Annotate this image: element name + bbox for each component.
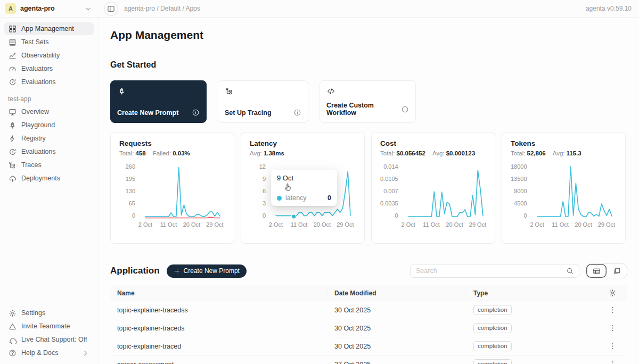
sidebar: App ManagementTest SetsObservabilityEval…: [0, 18, 99, 364]
sidebar-item-label: Help & Docs: [21, 349, 58, 357]
x-axis-labels: 2 Oct11 Oct20 Oct29 Oct: [271, 221, 356, 229]
date-modified-cell: 30 Oct 2025: [326, 337, 465, 355]
chart-plot[interactable]: 2 Oct11 Oct20 Oct29 Oct: [403, 163, 488, 229]
metric-stats: Total:52,806Avg:115.3: [511, 150, 617, 156]
series-dot: [277, 196, 282, 201]
failed-line: [145, 217, 220, 218]
metric-stats: Total:458Failed:0.03%: [119, 150, 225, 156]
column-header-type[interactable]: Type: [465, 285, 597, 301]
date-modified-cell: 30 Oct 2025: [326, 301, 465, 319]
sidebar-item-app-management[interactable]: App Management: [4, 22, 94, 35]
chart-tooltip: 9 Octlatency0: [271, 170, 337, 206]
get-started-card-label: Create New Prompt: [117, 109, 178, 117]
chart-plot[interactable]: 2 Oct11 Oct20 Oct29 Oct: [140, 163, 225, 229]
sidebar-item-invite-teammate[interactable]: Invite Teammate: [4, 320, 94, 333]
metric-stat: Avg:$0.000123: [432, 150, 475, 156]
topbar: A agenta-pro agenta-pro / Default / Apps…: [0, 0, 639, 18]
sidebar-item-label: Registry: [21, 135, 46, 142]
active-point: [292, 214, 296, 219]
row-actions-menu-icon[interactable]: [607, 304, 618, 316]
project-label: test-app: [0, 89, 98, 105]
sidebar-item-label: Deployments: [21, 175, 60, 182]
line-chart-icon: [9, 52, 17, 60]
get-started-card-create-new-prompt[interactable]: Create New Prompt: [110, 80, 207, 123]
cloud-icon: [9, 175, 17, 183]
app-name-cell: topic-explainer-traced: [110, 337, 326, 355]
info-icon: [401, 105, 409, 113]
table-row[interactable]: topic-explainer-tracedss30 Oct 2025compl…: [110, 301, 627, 319]
application-header: Application Create New Prompt: [110, 263, 627, 278]
metric-stats: Total:$0.056452Avg:$0.000123: [380, 150, 486, 156]
sidebar-footer-list: SettingsInvite TeammateLive Chat Support…: [0, 306, 98, 360]
sidebar-project-list: OverviewPlaygroundRegistryEvaluationsTra…: [0, 105, 98, 185]
table-row[interactable]: topic-explainer-traceds30 Oct 2025comple…: [110, 319, 627, 337]
app-name-cell: career-assessment: [110, 355, 326, 364]
collapse-sidebar-button[interactable]: [104, 2, 118, 16]
search-button[interactable]: [561, 264, 579, 277]
application-table: NameDate ModifiedType topic-explainer-tr…: [110, 285, 627, 364]
metric-card-tokens: TokensTotal:52,806Avg:115.31800013500900…: [502, 132, 626, 244]
metric-stat: Total:458: [119, 150, 146, 156]
sidebar-item-registry[interactable]: Registry: [4, 132, 94, 145]
sidebar-item-overview[interactable]: Overview: [4, 105, 94, 118]
search-icon: [566, 267, 574, 275]
table-view-button[interactable]: [586, 264, 607, 278]
sidebar-item-help-docs[interactable]: Help & Docs: [4, 346, 94, 359]
table-settings-gear-icon[interactable]: [609, 289, 617, 297]
workspace-name: agenta-pro: [20, 5, 55, 12]
create-new-prompt-button[interactable]: Create New Prompt: [167, 264, 247, 278]
monitor-icon: [9, 108, 17, 116]
metric-title: Cost: [380, 139, 486, 147]
sidebar-item-evaluations[interactable]: Evaluations: [4, 76, 94, 88]
sidebar-item-playground[interactable]: Playground: [4, 119, 94, 131]
tree-icon: [225, 87, 234, 96]
info-icon: [293, 109, 301, 117]
get-started-card-label: Create Custom Workflow: [326, 102, 398, 117]
sidebar-item-label: App Management: [21, 25, 74, 32]
metric-stat: Total:52,806: [511, 150, 546, 156]
sidebar-item-label: Traces: [21, 161, 42, 169]
sidebar-item-evaluators[interactable]: Evaluators: [4, 62, 94, 75]
sidebar-item-live-chat-support-off[interactable]: Live Chat Support: Off: [4, 333, 94, 346]
sidebar-item-settings[interactable]: Settings: [4, 307, 94, 319]
y-axis-labels: 0.0140.01050.0070.00350: [380, 163, 403, 219]
x-axis-labels: 2 Oct11 Oct20 Oct29 Oct: [140, 221, 225, 229]
sidebar-item-traces[interactable]: Traces: [4, 159, 94, 171]
sidebar-item-label: Playground: [21, 121, 55, 129]
cost-line: [408, 170, 483, 217]
sidebar-item-test-sets[interactable]: Test Sets: [4, 36, 94, 48]
gauge-icon: [9, 65, 17, 73]
row-actions-menu-icon[interactable]: [607, 359, 618, 364]
sidebar-item-label: Observability: [21, 52, 60, 59]
invite-icon: [9, 322, 17, 330]
chart-plot[interactable]: 2 Oct11 Oct20 Oct29 Oct: [532, 163, 617, 229]
get-started-card-create-custom-workflow[interactable]: Create Custom Workflow: [320, 80, 416, 123]
card-view-icon: [613, 267, 621, 275]
x-axis-labels: 2 Oct11 Oct20 Oct29 Oct: [403, 221, 488, 229]
row-actions-menu-icon[interactable]: [607, 341, 618, 352]
row-actions-menu-icon[interactable]: [607, 322, 618, 334]
column-header-date-modified[interactable]: Date Modified: [326, 285, 465, 301]
search-input[interactable]: [411, 267, 561, 275]
column-header-name[interactable]: Name: [110, 285, 326, 301]
sidebar-item-label: Evaluators: [21, 65, 53, 72]
info-icon: [192, 109, 200, 117]
workspace-avatar: A: [5, 3, 16, 14]
app-shell: App ManagementTest SetsObservabilityEval…: [0, 18, 639, 364]
main-content: App Management Get Started Create New Pr…: [99, 18, 639, 364]
workspace-switcher[interactable]: A agenta-pro: [0, 3, 99, 14]
type-badge: completion: [473, 341, 512, 352]
type-badge: completion: [473, 323, 512, 334]
table-row[interactable]: career-assessment27 Oct 2025completion: [110, 355, 627, 364]
tree-icon: [9, 161, 17, 169]
sidebar-item-observability[interactable]: Observability: [4, 49, 94, 62]
sidebar-item-label: Evaluations: [21, 78, 56, 86]
table-row[interactable]: topic-explainer-traced30 Oct 2025complet…: [110, 337, 627, 355]
metric-stat: Avg:115.3: [553, 150, 581, 156]
card-view-button[interactable]: [607, 264, 627, 278]
sidebar-item-evaluations[interactable]: Evaluations: [4, 145, 94, 158]
sidebar-item-deployments[interactable]: Deployments: [4, 172, 94, 185]
lightning-icon: [9, 135, 17, 143]
get-started-card-set-up-tracing[interactable]: Set Up Tracing: [218, 80, 308, 123]
y-axis-labels: 260195130650: [119, 163, 140, 219]
